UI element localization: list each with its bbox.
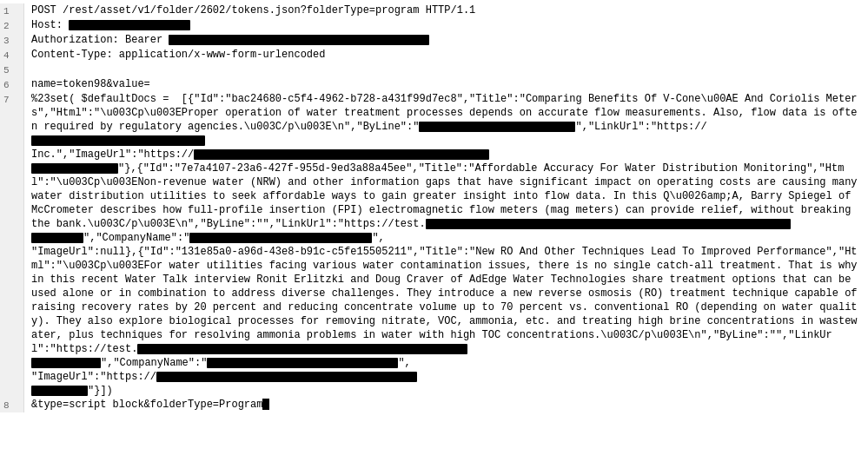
code-line-6: 6 name=token98&value= [0, 77, 868, 92]
code-line-3: 3 Authorization: Bearer [0, 33, 868, 48]
line-num-7: 7 [0, 92, 24, 398]
redacted-host [69, 20, 190, 30]
redacted-imageurl3b [31, 386, 88, 396]
line-content-2: Host: [24, 18, 868, 32]
code-line-5: 5 [0, 63, 868, 77]
redacted-linkurl3 [137, 344, 467, 354]
line-num-6: 6 [0, 77, 24, 92]
redacted-linkurl2 [426, 219, 791, 229]
code-line-2: 2 Host: [0, 18, 868, 33]
line-content-8: &type=script block&folderType=Program [24, 398, 868, 412]
line-content-5 [24, 63, 868, 76]
redacted-byline1 [419, 122, 575, 132]
line-content-4: Content-Type: application/x-www-form-url… [24, 48, 868, 62]
line-content-6: name=token98&value= [24, 77, 868, 91]
text-cursor [262, 399, 269, 410]
line-content-7: %23set( $defaultDocs = [{"Id":"bac24680-… [24, 92, 868, 398]
redacted-linkurl1 [31, 135, 205, 146]
code-line-4: 4 Content-Type: application/x-www-form-u… [0, 48, 868, 63]
redacted-company3 [207, 358, 398, 368]
redacted-imageurl1 [194, 149, 489, 160]
line-num-8: 8 [0, 398, 24, 412]
code-line-8: 8 &type=script block&folderType=Program [0, 398, 868, 412]
line-content-3: Authorization: Bearer [24, 33, 868, 47]
line-num-1: 1 [0, 3, 24, 18]
line-num-4: 4 [0, 48, 24, 63]
line-num-3: 3 [0, 33, 24, 48]
redacted-linkurl3b [31, 358, 101, 368]
redacted-company2 [189, 233, 372, 243]
redacted-linkurl2b [31, 233, 83, 243]
redacted-imageurl3 [156, 372, 417, 382]
code-line-7: 7 %23set( $defaultDocs = [{"Id":"bac2468… [0, 92, 868, 398]
line-num-5: 5 [0, 63, 24, 77]
redacted-imageurl1b [31, 163, 118, 174]
line-num-2: 2 [0, 18, 24, 33]
code-line-1: 1 POST /rest/asset/v1/folder/2602/tokens… [0, 3, 868, 18]
line-content-1: POST /rest/asset/v1/folder/2602/tokens.j… [24, 3, 868, 17]
code-block: 1 POST /rest/asset/v1/folder/2602/tokens… [0, 0, 868, 416]
redacted-bearer [169, 35, 429, 45]
